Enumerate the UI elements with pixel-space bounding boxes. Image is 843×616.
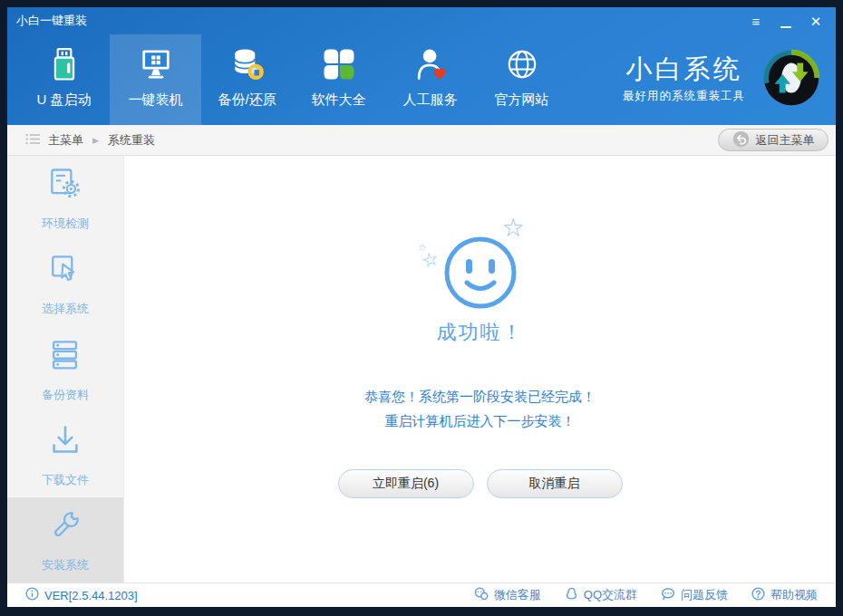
globe-icon xyxy=(501,43,543,85)
nav-item-human-support[interactable]: 人工服务 xyxy=(384,34,476,125)
nav-item-usb-boot[interactable]: U 盘启动 xyxy=(18,34,110,125)
nav-item-label: 官方网站 xyxy=(495,91,549,109)
footer-link-label: 问题反馈 xyxy=(681,587,728,603)
monitor-windows-icon xyxy=(135,43,177,85)
minimize-icon[interactable] xyxy=(779,14,793,28)
usb-drive-icon xyxy=(44,43,85,85)
list-icon xyxy=(25,132,41,149)
sidebar-item-backup-data[interactable]: 备份资料 xyxy=(7,326,123,411)
nav-item-label: U 盘启动 xyxy=(37,91,92,109)
sidebar-item-label: 安装系统 xyxy=(42,557,89,573)
app-window: 小白一键重装 ≡ ✕ U 盘启动 xyxy=(7,7,836,607)
version-info: VER[2.5.44.1203] xyxy=(25,587,138,603)
brand-area: 小白系统 最好用的系统重装工具 xyxy=(623,34,836,125)
breadcrumb-current: 系统重装 xyxy=(108,132,155,149)
back-button-label: 返回主菜单 xyxy=(756,132,815,149)
window-title: 小白一键重装 xyxy=(16,13,87,29)
nav-item-label: 备份/还原 xyxy=(218,91,276,109)
content-panel: ☆ ☆ ☆ 成功啦！ 恭喜您！系统第一阶段安装已经完成！ 重启计算机后进入下一步… xyxy=(124,156,836,582)
footer-link-label: QQ交流群 xyxy=(584,587,637,603)
sidebar-item-label: 选择系统 xyxy=(42,301,89,317)
close-icon[interactable]: ✕ xyxy=(809,14,823,28)
window-controls: ≡ ✕ xyxy=(749,14,823,28)
wechat-support-link[interactable]: 微信客服 xyxy=(474,587,541,603)
qq-group-link[interactable]: QQ交流群 xyxy=(565,587,637,603)
brand-text: 小白系统 最好用的系统重装工具 xyxy=(623,55,745,104)
status-message-line1: 恭喜您！系统第一阶段安装已经完成！ xyxy=(364,384,596,409)
main-nav: U 盘启动 一键装机 xyxy=(7,34,836,125)
support-person-icon xyxy=(410,43,451,85)
back-to-main-menu-button[interactable]: 返回主菜单 xyxy=(718,129,828,151)
action-buttons: 立即重启(6) 取消重启 xyxy=(338,469,623,498)
sidebar-item-environment-check[interactable]: 环境检测 xyxy=(7,156,123,241)
info-icon xyxy=(25,587,39,603)
help-video-link[interactable]: 帮助视频 xyxy=(751,587,818,603)
app-logo-icon xyxy=(756,43,827,117)
software-clover-icon xyxy=(318,43,360,85)
menu-icon[interactable]: ≡ xyxy=(749,14,763,28)
breadcrumb-arrow-icon: ▶ xyxy=(92,136,99,145)
restart-now-button[interactable]: 立即重启(6) xyxy=(338,469,474,498)
status-message: 恭喜您！系统第一阶段安装已经完成！ 重启计算机后进入下一步安装！ xyxy=(364,384,596,433)
header: 小白一键重装 ≡ ✕ U 盘启动 xyxy=(7,7,836,125)
nav-item-label: 一键装机 xyxy=(129,91,183,109)
qq-icon xyxy=(565,587,578,603)
footer-link-label: 微信客服 xyxy=(494,587,541,603)
footer-link-label: 帮助视频 xyxy=(770,587,818,603)
footer: VER[2.5.44.1203] 微信客服 xyxy=(7,582,836,607)
success-illustration: ☆ ☆ ☆ xyxy=(385,197,576,317)
install-system-wrench-icon xyxy=(45,506,85,549)
nav-item-software-collection[interactable]: 软件大全 xyxy=(293,34,384,125)
smiley-face-icon xyxy=(441,233,520,316)
sidebar-item-select-system[interactable]: 选择系统 xyxy=(7,241,123,326)
status-title: 成功啦！ xyxy=(437,319,524,346)
return-arrow-icon xyxy=(732,130,750,150)
nav-item-official-website[interactable]: 官方网站 xyxy=(476,34,567,125)
select-system-icon xyxy=(45,250,85,293)
breadcrumb: 主菜单 ▶ 系统重装 返回主菜单 xyxy=(7,125,836,156)
version-text: VER[2.5.44.1203] xyxy=(44,589,138,602)
nav-item-label: 人工服务 xyxy=(403,91,458,109)
sidebar-item-download-files[interactable]: 下载文件 xyxy=(7,412,123,497)
backup-data-icon xyxy=(45,336,85,379)
sidebar: 环境检测 选择系统 xyxy=(7,156,124,582)
nav-item-label: 软件大全 xyxy=(312,91,366,109)
sidebar-item-install-system[interactable]: 安装系统 xyxy=(7,497,123,582)
wechat-icon xyxy=(474,587,489,603)
brand-tagline: 最好用的系统重装工具 xyxy=(623,89,745,104)
sidebar-item-label: 环境检测 xyxy=(42,216,89,232)
nav-item-backup-restore[interactable]: 备份/还原 xyxy=(201,34,293,125)
sidebar-item-label: 备份资料 xyxy=(42,387,89,403)
environment-check-icon xyxy=(45,165,85,207)
feedback-link[interactable]: 问题反馈 xyxy=(661,587,728,603)
status-message-line2: 重启计算机后进入下一步安装！ xyxy=(364,409,596,433)
breadcrumb-root[interactable]: 主菜单 xyxy=(48,132,83,149)
nav-item-one-click-install[interactable]: 一键装机 xyxy=(110,34,201,125)
star-icon: ☆ xyxy=(419,248,440,271)
main-area: 环境检测 选择系统 xyxy=(7,156,836,582)
footer-links: 微信客服 QQ交流群 问题反馈 xyxy=(474,587,818,603)
download-file-icon xyxy=(45,421,85,464)
sidebar-item-label: 下载文件 xyxy=(42,472,89,488)
database-backup-icon xyxy=(227,43,268,85)
help-video-icon xyxy=(751,587,765,603)
feedback-bubble-icon xyxy=(661,587,675,603)
brand-name: 小白系统 xyxy=(623,55,745,84)
titlebar: 小白一键重装 ≡ ✕ xyxy=(7,7,836,34)
cancel-restart-button[interactable]: 取消重启 xyxy=(487,469,623,498)
